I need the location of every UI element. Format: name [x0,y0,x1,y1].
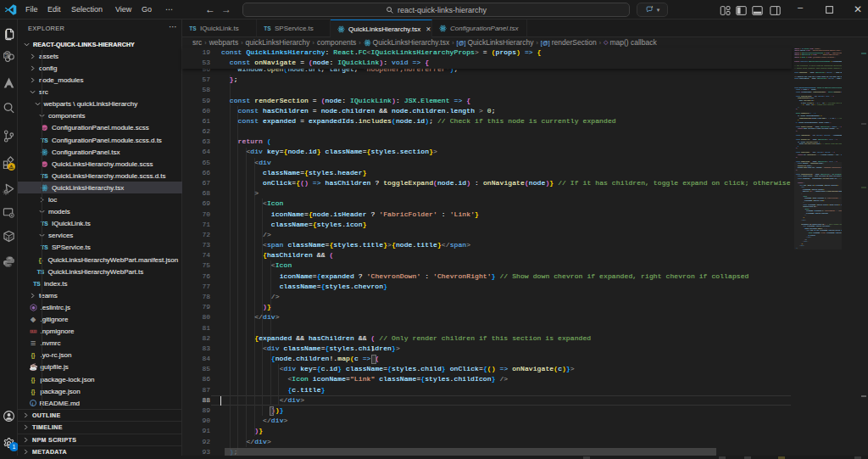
svg-text:S: S [5,53,8,58]
